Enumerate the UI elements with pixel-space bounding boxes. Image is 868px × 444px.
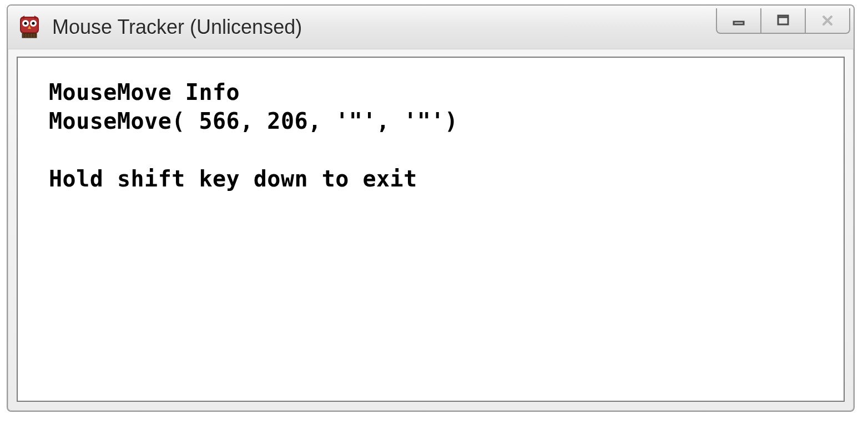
close-button bbox=[806, 8, 850, 34]
mousemove-heading: MouseMove Info bbox=[49, 79, 240, 105]
titlebar[interactable]: Mouse Tracker (Unlicensed) bbox=[8, 6, 854, 49]
minimize-icon bbox=[731, 13, 746, 28]
svg-point-4 bbox=[24, 22, 27, 24]
exit-instruction: Hold shift key down to exit bbox=[49, 166, 417, 191]
owl-icon bbox=[17, 14, 42, 40]
maximize-icon bbox=[775, 13, 791, 28]
window-controls bbox=[716, 8, 850, 34]
minimize-button[interactable] bbox=[716, 8, 761, 34]
close-icon bbox=[820, 13, 835, 28]
maximize-button[interactable] bbox=[761, 8, 806, 34]
client-area: MouseMove Info MouseMove( 566, 206, '"',… bbox=[17, 57, 845, 402]
output-text: MouseMove Info MouseMove( 566, 206, '"',… bbox=[49, 78, 813, 193]
window-title: Mouse Tracker (Unlicensed) bbox=[52, 16, 716, 39]
mousemove-call: MouseMove( 566, 206, '"', '"') bbox=[49, 108, 458, 134]
app-window: Mouse Tracker (Unlicensed) bbox=[7, 4, 855, 412]
svg-rect-16 bbox=[734, 22, 744, 24]
svg-point-5 bbox=[32, 22, 34, 24]
